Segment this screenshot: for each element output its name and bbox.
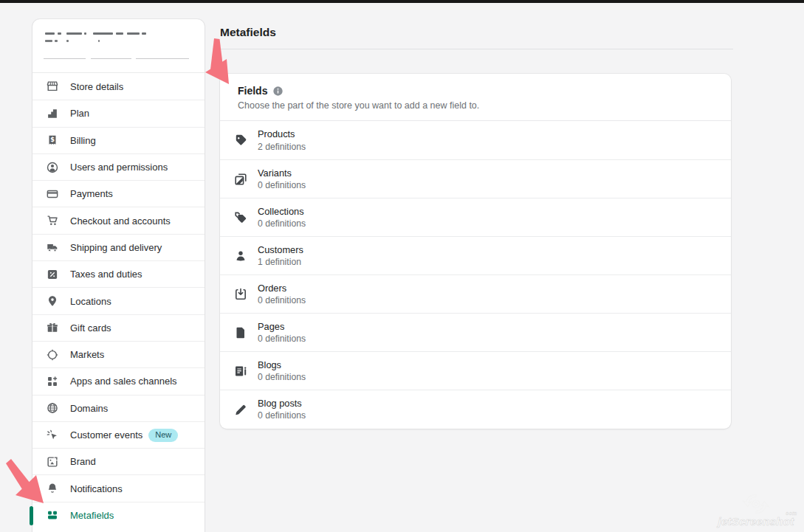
field-row-label: Blog posts bbox=[258, 398, 306, 410]
sidebar-item-label: Metafields bbox=[70, 510, 114, 521]
page-title: Metafields bbox=[220, 26, 276, 39]
field-row-text: Products2 definitions bbox=[258, 128, 306, 152]
title-divider bbox=[220, 49, 733, 49]
field-row-label: Collections bbox=[258, 206, 306, 218]
field-row-label: Pages bbox=[258, 321, 306, 333]
gift-cards-icon bbox=[46, 321, 59, 334]
taxes-icon bbox=[46, 268, 59, 281]
variants-icon bbox=[233, 171, 249, 187]
field-row-products[interactable]: Products2 definitions bbox=[220, 121, 731, 159]
field-row-definition-count: 0 definitions bbox=[258, 218, 306, 229]
watermark-text: jetScreenshotcom bbox=[718, 515, 794, 528]
orders-icon bbox=[233, 286, 249, 303]
locations-icon bbox=[46, 294, 59, 308]
sidebar-item-label: Shipping and delivery bbox=[70, 242, 162, 253]
brand-icon bbox=[46, 455, 59, 469]
checkout-icon bbox=[46, 214, 59, 227]
field-row-label: Blogs bbox=[258, 359, 306, 371]
sidebar-item-customer-events[interactable]: Customer eventsNew bbox=[32, 421, 205, 448]
screenshot-top-border bbox=[0, 0, 804, 3]
field-row-definition-count: 0 definitions bbox=[258, 410, 306, 421]
redacted-store-url bbox=[44, 58, 195, 59]
fields-heading: Fields bbox=[238, 85, 267, 97]
sidebar-item-label: Markets bbox=[70, 349, 104, 360]
field-row-definition-count: 0 definitions bbox=[258, 372, 306, 382]
field-row-definition-count: 0 definitions bbox=[258, 180, 306, 190]
sidebar-item-label: Apps and sales channels bbox=[70, 376, 177, 387]
sidebar-item-gift-cards[interactable]: Gift cards bbox=[32, 314, 205, 341]
field-row-text: Pages0 definitions bbox=[258, 321, 306, 345]
sidebar-item-brand[interactable]: Brand bbox=[32, 448, 205, 474]
sidebar-item-label: Payments bbox=[70, 188, 113, 199]
redacted-store-name bbox=[45, 31, 193, 36]
sidebar-item-checkout-and-accounts[interactable]: Checkout and accounts bbox=[32, 207, 205, 233]
notifications-icon bbox=[46, 482, 59, 495]
field-row-text: Orders0 definitions bbox=[258, 283, 306, 306]
blogs-icon bbox=[233, 363, 249, 379]
sidebar-item-payments[interactable]: Payments bbox=[32, 180, 205, 207]
fields-card-header: Fields Choose the part of the store you … bbox=[220, 74, 731, 121]
field-row-label: Customers bbox=[258, 244, 303, 256]
field-row-text: Collections0 definitions bbox=[258, 206, 306, 229]
field-row-orders[interactable]: Orders0 definitions bbox=[220, 274, 731, 313]
sidebar-item-taxes-and-duties[interactable]: Taxes and duties bbox=[32, 260, 205, 287]
field-row-text: Customers1 definition bbox=[258, 244, 303, 268]
field-row-definition-count: 0 definitions bbox=[258, 295, 306, 305]
sidebar-item-billing[interactable]: $Billing bbox=[32, 127, 205, 153]
field-row-blog-posts[interactable]: Blog posts0 definitions bbox=[220, 390, 731, 428]
selected-indicator-bar bbox=[30, 506, 33, 525]
field-row-label: Variants bbox=[258, 167, 306, 179]
settings-sidebar: Store detailsPlan$BillingUsers and permi… bbox=[32, 19, 205, 532]
sidebar-item-notifications[interactable]: Notifications bbox=[32, 474, 205, 501]
field-row-text: Blog posts0 definitions bbox=[258, 398, 306, 421]
products-icon bbox=[233, 132, 249, 148]
sidebar-item-locations[interactable]: Locations bbox=[32, 287, 205, 314]
fields-description: Choose the part of the store you want to… bbox=[238, 100, 716, 111]
markets-icon bbox=[46, 348, 59, 362]
info-icon[interactable] bbox=[272, 86, 284, 97]
field-row-variants[interactable]: Variants0 definitions bbox=[220, 159, 731, 198]
sidebar-item-label: Plan bbox=[70, 108, 89, 119]
collections-icon bbox=[233, 210, 249, 226]
sidebar-item-label: Locations bbox=[70, 296, 111, 307]
sidebar-item-label: Checkout and accounts bbox=[70, 215, 171, 227]
field-row-definition-count: 1 definition bbox=[258, 257, 303, 267]
sidebar-item-label: Users and permissions bbox=[70, 162, 168, 173]
sidebar-item-label: Gift cards bbox=[70, 322, 111, 334]
sidebar-item-apps-and-sales-channels[interactable]: Apps and sales channels bbox=[32, 367, 205, 394]
sidebar-item-metafields[interactable]: Metafields bbox=[32, 502, 205, 528]
storefront-icon bbox=[46, 80, 59, 93]
apps-icon bbox=[46, 375, 59, 388]
sidebar-item-users-and-permissions[interactable]: Users and permissions bbox=[32, 153, 205, 180]
sidebar-item-label: Customer events bbox=[70, 429, 142, 441]
sidebar-item-label: Brand bbox=[70, 456, 96, 467]
svg-text:$: $ bbox=[50, 136, 55, 143]
sidebar-item-label: Taxes and duties bbox=[70, 269, 142, 280]
customer-events-icon bbox=[46, 429, 59, 442]
field-row-pages[interactable]: Pages0 definitions bbox=[220, 313, 731, 351]
field-row-label: Orders bbox=[258, 283, 306, 294]
jetscreenshot-watermark: jetScreenshotcom bbox=[715, 491, 797, 528]
field-row-blogs[interactable]: Blogs0 definitions bbox=[220, 351, 731, 390]
field-row-label: Products bbox=[258, 128, 306, 140]
blog-posts-icon bbox=[233, 401, 249, 418]
redacted-store-subtext bbox=[45, 38, 193, 44]
field-row-customers[interactable]: Customers1 definition bbox=[220, 236, 731, 274]
sidebar-item-markets[interactable]: Markets bbox=[32, 341, 205, 367]
field-row-text: Blogs0 definitions bbox=[258, 359, 306, 383]
customers-icon bbox=[233, 248, 249, 264]
fields-row-list: Products2 definitionsVariants0 definitio… bbox=[220, 121, 731, 428]
sidebar-item-shipping-and-delivery[interactable]: Shipping and delivery bbox=[32, 234, 205, 260]
sidebar-item-label: Notifications bbox=[70, 483, 123, 494]
sidebar-item-plan[interactable]: Plan bbox=[32, 100, 205, 126]
users-icon bbox=[46, 161, 59, 174]
billing-icon: $ bbox=[46, 134, 59, 147]
sidebar-item-label: Domains bbox=[70, 403, 108, 414]
domains-icon bbox=[46, 401, 59, 415]
sidebar-item-domains[interactable]: Domains bbox=[32, 395, 205, 421]
field-row-definition-count: 0 definitions bbox=[258, 334, 306, 344]
field-row-definition-count: 2 definitions bbox=[258, 142, 306, 152]
sidebar-item-store-details[interactable]: Store details bbox=[32, 73, 205, 100]
fields-card: Fields Choose the part of the store you … bbox=[220, 74, 731, 429]
field-row-collections[interactable]: Collections0 definitions bbox=[220, 198, 731, 236]
